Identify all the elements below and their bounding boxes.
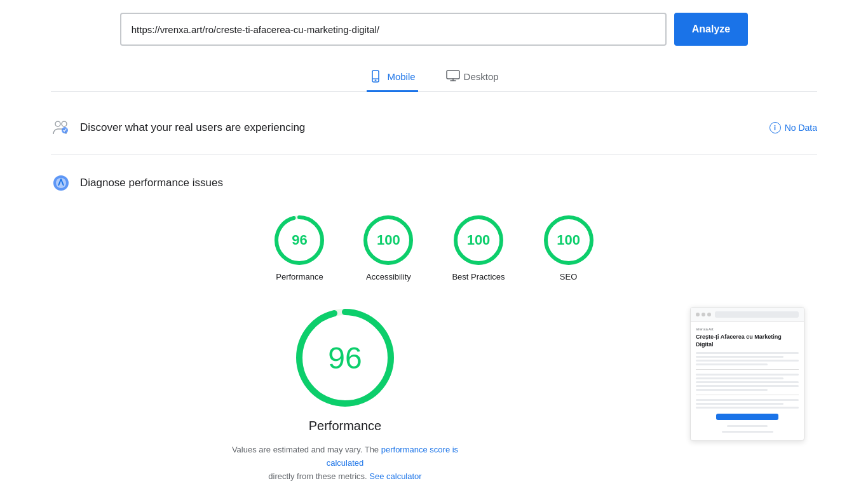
see-calculator-link[interactable]: See calculator xyxy=(369,471,421,481)
no-data-label: No Data xyxy=(785,123,817,133)
diagnose-icon xyxy=(51,173,71,193)
performance-detail-section: 96 Performance Values are estimated and … xyxy=(51,307,817,488)
svg-rect-1 xyxy=(375,80,377,81)
score-best-practices: 100 Best Practices xyxy=(452,215,505,281)
real-users-icon xyxy=(51,118,71,138)
screenshot-url-bar xyxy=(715,311,799,318)
screenshot-line-11 xyxy=(696,403,783,405)
screenshot-logo: Vrenxa Art xyxy=(696,327,799,331)
analyze-button[interactable]: Analyze xyxy=(674,13,748,46)
screenshot-line-12 xyxy=(696,407,799,409)
screenshot-line-2 xyxy=(696,356,783,358)
performance-description: Values are estimated and may vary. The p… xyxy=(218,444,472,483)
screenshot-header xyxy=(691,308,804,322)
real-users-title: Discover what your real users are experi… xyxy=(80,121,305,134)
large-score-circle: 96 xyxy=(294,307,396,409)
screenshot-dot-3 xyxy=(707,313,711,316)
screenshot-line-8 xyxy=(696,385,799,387)
score-accessibility: 100 Accessibility xyxy=(363,215,414,281)
screenshot-line-9 xyxy=(696,389,768,391)
score-seo: 100 SEO xyxy=(543,215,594,281)
scores-grid: 96 Performance 100 Accessibility xyxy=(51,215,817,281)
large-score-number: 96 xyxy=(328,341,362,376)
tabs-row: Mobile Desktop xyxy=(51,64,817,92)
screenshot-cta-btn xyxy=(716,414,778,420)
screenshot-line-6 xyxy=(696,377,783,379)
screenshot-dots xyxy=(696,313,711,316)
screenshot-dot-1 xyxy=(696,313,700,316)
screenshot-footer-1 xyxy=(727,425,768,427)
screenshot-line-3 xyxy=(696,360,799,362)
svg-rect-3 xyxy=(447,71,459,79)
screenshot-line-5 xyxy=(696,374,799,376)
performance-screenshot: Vrenxa Art Crește-ți Afacerea cu Marketi… xyxy=(690,307,817,441)
screenshot-dot-2 xyxy=(702,313,705,316)
score-accessibility-value: 100 xyxy=(377,232,400,248)
screenshot-line-4 xyxy=(696,363,768,365)
real-users-section: Discover what your real users are experi… xyxy=(51,111,817,144)
score-performance-label: Performance xyxy=(276,272,323,281)
screenshot-body: Vrenxa Art Crește-ți Afacerea cu Marketi… xyxy=(691,322,804,440)
screenshot-line-10 xyxy=(696,399,799,401)
tab-desktop-label: Desktop xyxy=(464,71,499,82)
tab-mobile-label: Mobile xyxy=(387,71,415,82)
tab-mobile[interactable]: Mobile xyxy=(367,64,417,92)
score-seo-value: 100 xyxy=(557,232,580,248)
screenshot-line-7 xyxy=(696,381,799,383)
screenshot-footer-2 xyxy=(722,431,773,433)
desktop-icon xyxy=(446,70,459,83)
info-icon: i xyxy=(770,122,781,133)
score-accessibility-label: Accessibility xyxy=(366,272,411,281)
tab-desktop[interactable]: Desktop xyxy=(444,64,501,92)
score-performance-value: 96 xyxy=(292,232,307,248)
url-input[interactable] xyxy=(120,13,667,46)
screenshot-divider-1 xyxy=(696,369,799,370)
screenshot-title: Crește-ți Afacerea cu Marketing Digital xyxy=(696,334,799,348)
mobile-icon xyxy=(369,70,382,83)
performance-detail-left: 96 Performance Values are estimated and … xyxy=(51,307,639,488)
score-best-practices-value: 100 xyxy=(467,232,491,248)
screenshot-mock: Vrenxa Art Crește-ți Afacerea cu Marketi… xyxy=(690,307,804,441)
svg-point-6 xyxy=(55,121,60,126)
diagnose-section-row: Diagnose performance issues xyxy=(51,166,817,200)
large-score-label: Performance xyxy=(309,419,382,433)
no-data-link[interactable]: i No Data xyxy=(770,122,817,133)
score-best-practices-label: Best Practices xyxy=(452,272,505,281)
diagnose-title: Diagnose performance issues xyxy=(80,177,223,189)
screenshot-divider-2 xyxy=(696,395,799,395)
score-seo-label: SEO xyxy=(560,272,577,281)
screenshot-line-1 xyxy=(696,352,799,354)
svg-point-7 xyxy=(62,121,67,126)
score-performance: 96 Performance xyxy=(274,215,325,281)
